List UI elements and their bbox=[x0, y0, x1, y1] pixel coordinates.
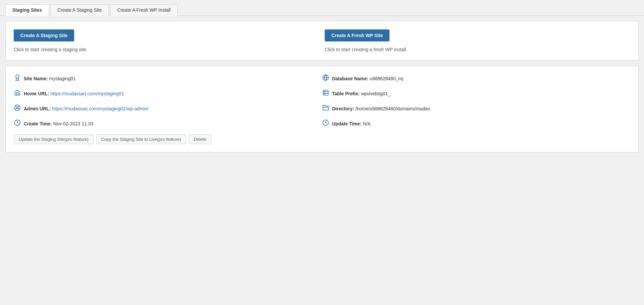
site-info-card: Site Name: mystaging01 Home URL: https:/… bbox=[5, 66, 639, 152]
update-staging-button[interactable]: Update the Staging Site(pro feature) bbox=[14, 134, 94, 144]
globe-icon bbox=[322, 74, 329, 83]
create-staging-button[interactable]: Create A Staging Site bbox=[14, 29, 74, 41]
fresh-wp-column: Create A Fresh WP Site Click to start cr… bbox=[325, 29, 630, 52]
admin-url-row: Admin URL: https://mudassarj.com/mystagi… bbox=[14, 104, 322, 113]
action-buttons: Update the Staging Site(pro feature) Cop… bbox=[14, 134, 322, 144]
clock-icon-left bbox=[14, 119, 21, 128]
create-fresh-wp-button[interactable]: Create A Fresh WP Site bbox=[325, 29, 389, 41]
home-url-link[interactable]: https://mudassarj.com/mystaging01 bbox=[50, 91, 124, 96]
site-name-label: Site Name: mystaging01 bbox=[24, 76, 76, 81]
admin-url-label: Admin URL: https://mudassarj.com/mystagi… bbox=[24, 106, 148, 111]
info-col-right: Database Name: u988628480_mj Table Prefi… bbox=[322, 74, 630, 144]
directory-label: Directory: /home/u988628480/domains/muda… bbox=[332, 106, 430, 111]
tab-create-fresh[interactable]: Create A Fresh WP Install bbox=[110, 4, 178, 16]
create-time-row: Create Time: Nov-02-2023 11:33 bbox=[14, 119, 322, 128]
db-name-label: Database Name: u988628480_mj bbox=[332, 76, 403, 81]
award-icon bbox=[14, 74, 21, 83]
home-icon bbox=[14, 89, 21, 98]
info-grid: Site Name: mystaging01 Home URL: https:/… bbox=[14, 74, 630, 144]
site-name-row: Site Name: mystaging01 bbox=[14, 74, 322, 83]
svg-point-1 bbox=[17, 107, 18, 109]
admin-url-link[interactable]: https://mudassarj.com/mystaging01/wp-adm… bbox=[52, 106, 149, 111]
table-prefix-label: Table Prefix: wpvividstg01_ bbox=[332, 91, 390, 96]
copy-to-live-button[interactable]: Copy the Staging Site to Live(pro featur… bbox=[96, 134, 186, 144]
staging-desc: Click to start creating a staging site. bbox=[14, 47, 319, 52]
folder-icon bbox=[322, 104, 329, 113]
create-options-top: Create A Staging Site Click to start cre… bbox=[14, 29, 630, 52]
tab-staging-sites[interactable]: Staging Sites bbox=[5, 4, 49, 16]
fresh-wp-desc: Click to start creating a fresh WP insta… bbox=[325, 47, 630, 52]
main-content: Create A Staging Site Click to start cre… bbox=[0, 16, 644, 158]
create-options-card: Create A Staging Site Click to start cre… bbox=[5, 21, 639, 61]
tabs-bar: Staging Sites Create A Staging Site Crea… bbox=[0, 0, 644, 16]
staging-column: Create A Staging Site Click to start cre… bbox=[14, 29, 319, 52]
update-time-row: Update Time: N/A bbox=[322, 119, 630, 128]
svg-point-0 bbox=[16, 75, 19, 78]
db-name-row: Database Name: u988628480_mj bbox=[322, 74, 630, 83]
admin-icon bbox=[14, 104, 21, 113]
info-col-left: Site Name: mystaging01 Home URL: https:/… bbox=[14, 74, 322, 144]
home-url-row: Home URL: https://mudassarj.com/mystagin… bbox=[14, 89, 322, 98]
update-time-label: Update Time: N/A bbox=[332, 121, 371, 126]
table-icon bbox=[322, 89, 329, 98]
table-prefix-row: Table Prefix: wpvividstg01_ bbox=[322, 89, 630, 98]
svg-rect-5 bbox=[323, 90, 328, 95]
clock-icon-right bbox=[322, 119, 329, 128]
delete-button[interactable]: Delete bbox=[189, 134, 211, 144]
directory-row: Directory: /home/u988628480/domains/muda… bbox=[322, 104, 630, 113]
home-url-label: Home URL: https://mudassarj.com/mystagin… bbox=[24, 91, 124, 96]
tab-create-staging[interactable]: Create A Staging Site bbox=[50, 4, 109, 16]
create-time-label: Create Time: Nov-02-2023 11:33 bbox=[24, 121, 93, 126]
